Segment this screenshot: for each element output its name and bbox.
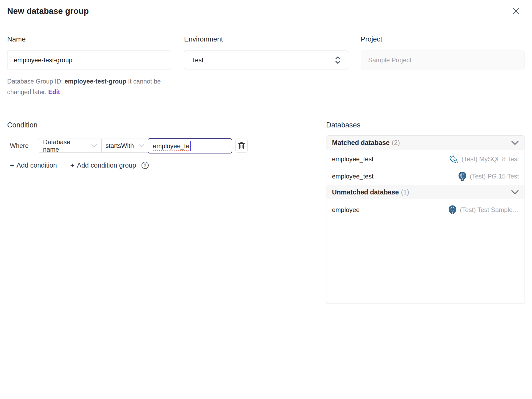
- close-icon: [512, 7, 521, 16]
- operator-value: startsWith: [106, 142, 134, 149]
- condition-row: Where Database name startsWith employee_…: [7, 139, 309, 153]
- factor-dropdown[interactable]: Database name: [38, 139, 102, 152]
- table-row: employee_test (Test) PG 15 Test: [326, 168, 525, 185]
- table-row: employee_test (Test) MySQL 8 Test: [326, 150, 525, 168]
- chevron-down-icon: [139, 144, 144, 148]
- close-button[interactable]: [511, 6, 521, 16]
- group-id-helper: Database Group ID: employee-test-group I…: [7, 76, 175, 97]
- chevron-down-icon[interactable]: [511, 140, 519, 145]
- add-condition-label: Add condition: [16, 161, 57, 169]
- project-select[interactable]: Sample Project: [361, 51, 525, 69]
- name-label: Name: [7, 35, 171, 44]
- help-icon[interactable]: ?: [142, 162, 149, 169]
- main-columns: Condition Where Database name startsWith: [0, 109, 532, 304]
- condition-heading: Condition: [7, 121, 309, 130]
- table-row: employee (Test) Test Sample…: [326, 199, 525, 220]
- environment-field-group: Environment Test: [184, 35, 348, 97]
- instance-label: (Test) PG 15 Test: [470, 173, 519, 180]
- environment-selected-value: Test: [192, 56, 203, 64]
- edit-id-link[interactable]: Edit: [48, 89, 60, 95]
- pattern-value-input[interactable]: employee_te: [148, 138, 232, 153]
- add-condition-group-button[interactable]: + Add condition group ?: [70, 161, 149, 169]
- chevron-down-icon[interactable]: [511, 190, 519, 194]
- add-condition-button[interactable]: + Add condition: [10, 161, 57, 169]
- unmatched-database-count: (1): [401, 188, 409, 196]
- databases-section: Databases Matched database(2) employee_t…: [326, 109, 525, 304]
- select-stepper-icon: [334, 56, 341, 65]
- text-caret: [190, 141, 191, 151]
- plus-icon: +: [10, 162, 14, 169]
- mysql-icon: [448, 154, 459, 164]
- instance-info: (Test) PG 15 Test: [458, 172, 519, 181]
- pattern-value-text: employee_te: [153, 142, 189, 150]
- where-label: Where: [10, 142, 29, 149]
- instance-label: (Test) Test Sample…: [460, 206, 519, 214]
- matched-database-header[interactable]: Matched database(2): [326, 136, 525, 150]
- postgres-icon: [448, 205, 457, 215]
- instance-info: (Test) Test Sample…: [448, 205, 519, 215]
- name-field-group: Name Database Group ID: employee-test-gr…: [7, 35, 171, 97]
- environment-select[interactable]: Test: [184, 51, 348, 69]
- form-row: Name Database Group ID: employee-test-gr…: [0, 22, 532, 97]
- environment-label: Environment: [184, 35, 348, 44]
- name-input[interactable]: [7, 51, 171, 69]
- database-name: employee_test: [332, 155, 373, 163]
- helper-prefix: Database Group ID:: [7, 78, 65, 85]
- instance-label: (Test) MySQL 8 Test: [462, 155, 519, 163]
- instance-info: (Test) MySQL 8 Test: [448, 154, 519, 164]
- delete-condition-button[interactable]: [235, 139, 248, 153]
- dialog-title: New database group: [7, 6, 89, 16]
- plus-icon: +: [70, 162, 74, 169]
- condition-actions: + Add condition + Add condition group ?: [7, 161, 309, 169]
- helper-group-id: employee-test-group: [65, 78, 126, 85]
- matched-database-count: (2): [392, 139, 400, 146]
- factor-value: Database name: [43, 138, 88, 153]
- project-label: Project: [361, 35, 525, 44]
- condition-section: Condition Where Database name startsWith: [7, 109, 309, 304]
- databases-heading: Databases: [326, 121, 525, 130]
- database-name: employee_test: [332, 173, 373, 180]
- databases-panel: Matched database(2) employee_test: [326, 135, 525, 304]
- project-value: Sample Project: [368, 56, 412, 64]
- project-field-group: Project Sample Project: [361, 35, 525, 97]
- unmatched-database-title: Unmatched database(1): [332, 188, 409, 196]
- postgres-icon: [458, 172, 467, 181]
- database-name: employee: [332, 206, 360, 214]
- add-condition-group-label: Add condition group: [77, 161, 136, 169]
- condition-expression-group: Database name startsWith employee_te: [38, 139, 232, 153]
- matched-database-title: Matched database(2): [332, 139, 400, 147]
- dialog-header: New database group: [0, 0, 532, 22]
- trash-icon: [238, 142, 245, 150]
- chevron-down-icon: [91, 144, 97, 148]
- operator-dropdown[interactable]: startsWith: [102, 139, 148, 152]
- unmatched-database-header[interactable]: Unmatched database(1): [326, 185, 525, 199]
